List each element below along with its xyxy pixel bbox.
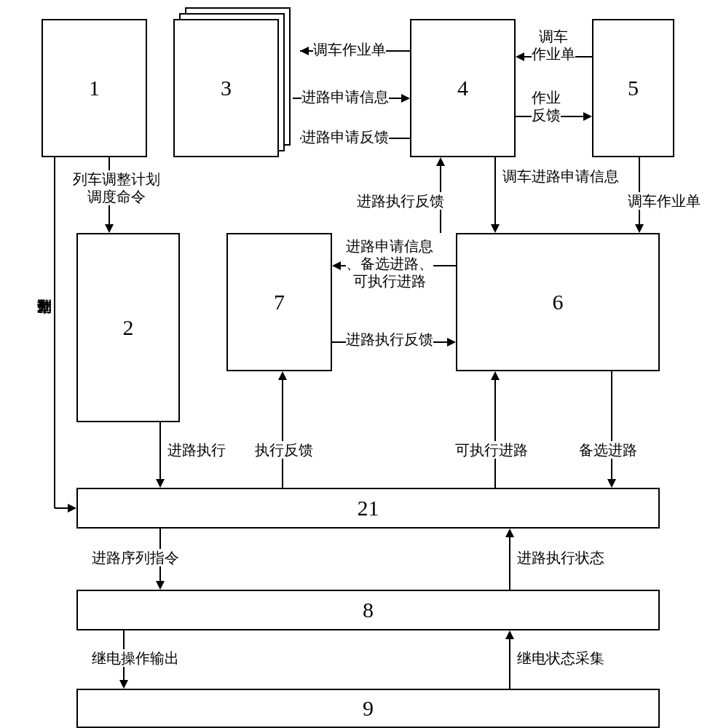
svg-marker-31 — [607, 479, 616, 488]
box-2: 2 — [76, 233, 180, 422]
label-6-7-bot: 进路执行反馈 — [346, 331, 433, 348]
box-9-label: 9 — [363, 696, 374, 721]
label-4-6-right: 调车进路申请信息 — [502, 167, 619, 185]
svg-marker-21 — [332, 261, 341, 270]
label-6-21-right: 备选进路 — [579, 441, 637, 459]
label-5-6: 调车作业单 — [628, 192, 701, 210]
box-3-label: 3 — [221, 76, 232, 100]
svg-marker-35 — [505, 529, 514, 537]
svg-marker-3 — [401, 94, 410, 103]
svg-marker-39 — [505, 630, 514, 639]
box-9: 9 — [76, 689, 660, 728]
svg-marker-19 — [635, 224, 644, 233]
label-4-5-bot: 作业 反馈 — [532, 89, 561, 124]
svg-marker-29 — [491, 371, 500, 380]
svg-marker-25 — [156, 479, 165, 488]
label-3-4-bot: 进路申请反馈 — [301, 128, 389, 146]
svg-marker-27 — [278, 371, 287, 380]
label-4-6-left: 进路执行反馈 — [357, 192, 444, 210]
box-1-label: 1 — [89, 76, 100, 100]
svg-marker-37 — [119, 680, 128, 689]
box-21-label: 21 — [358, 496, 379, 521]
box-6-label: 6 — [553, 290, 564, 314]
box-1: 1 — [42, 19, 147, 157]
box-7-label: 7 — [274, 290, 285, 314]
svg-marker-17 — [491, 224, 500, 233]
label-2-21: 进路执行 — [167, 441, 226, 459]
box-4: 4 — [410, 19, 516, 157]
box-21: 21 — [76, 488, 660, 529]
box-8-label: 8 — [363, 598, 374, 622]
box-8: 8 — [76, 590, 660, 630]
svg-marker-13 — [68, 504, 76, 513]
label-6-7-top: 进路申请信息 、备选进路、 可执行进路 — [346, 237, 433, 290]
svg-marker-11 — [105, 224, 114, 233]
box-2-label: 2 — [123, 315, 134, 340]
label-21-8-left: 进路序列指令 — [92, 549, 179, 566]
label-1-2: 列车调整计划 调度命令 — [73, 170, 160, 205]
label-4-5-top: 调车 作业单 — [532, 28, 575, 63]
svg-marker-1 — [300, 47, 309, 55]
label-3-4-mid: 进路申请信息 — [301, 88, 389, 106]
box-7: 7 — [226, 233, 332, 371]
svg-marker-23 — [447, 338, 456, 347]
label-3-4-top: 调车作业单 — [313, 41, 386, 58]
label-8-9-right: 继电状态采集 — [517, 649, 604, 667]
label-8-9-left: 继电操作输出 — [92, 649, 179, 667]
label-21-8-right: 进路执行状态 — [517, 549, 604, 566]
box-6: 6 — [456, 233, 660, 371]
label-6-21-left: 可执行进路 — [455, 441, 528, 459]
svg-marker-33 — [156, 581, 165, 590]
label-7-21: 执行反馈 — [255, 441, 313, 459]
svg-marker-7 — [516, 52, 524, 61]
box-3: 3 — [173, 19, 279, 157]
box-5-label: 5 — [628, 76, 639, 100]
svg-marker-9 — [583, 112, 592, 121]
box-5: 5 — [592, 19, 674, 157]
svg-marker-15 — [436, 157, 445, 166]
box-4-label: 4 — [457, 76, 468, 100]
